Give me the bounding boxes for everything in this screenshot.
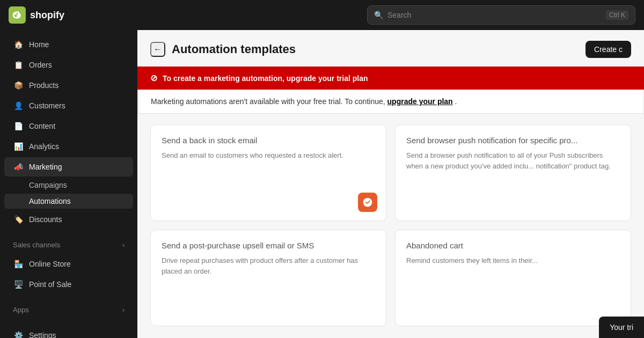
main-content: ← Automation templates Create c ⊘ To cre… [137, 30, 644, 338]
sidebar-sub-automations[interactable]: Automations [4, 194, 133, 209]
trial-toast: Your tri [599, 317, 644, 338]
sidebar-label-customers: Customers [29, 101, 65, 110]
apps-chevron: › [122, 306, 125, 314]
sidebar-item-products[interactable]: 📦 Products [4, 76, 133, 95]
trial-toast-text: Your tri [610, 323, 633, 332]
card-badge-back-in-stock [358, 193, 377, 212]
sidebar-item-home[interactable]: 🏠 Home [4, 35, 133, 54]
sales-channels-chevron: › [122, 241, 125, 249]
card-desc-abandoned-cart: Remind customers they left items in thei… [406, 255, 620, 266]
sidebar-sub-campaigns[interactable]: Campaigns [4, 178, 133, 193]
main-header: ← Automation templates Create c [137, 30, 644, 67]
alert-message: To create a marketing automation, upgrad… [163, 74, 368, 83]
sidebar-item-discounts[interactable]: 🏷️ Discounts [4, 210, 133, 229]
sidebar-item-customers[interactable]: 👤 Customers [4, 96, 133, 115]
orders-icon: 📋 [13, 60, 24, 70]
pos-icon: 🖥️ [13, 279, 24, 290]
sidebar-label-discounts: Discounts [29, 215, 62, 224]
sidebar: 🏠 Home 📋 Orders 📦 Products 👤 Customers 📄… [0, 30, 137, 338]
sidebar-sub-label-automations: Automations [29, 197, 71, 205]
topbar: shopify 🔍 Ctrl K [0, 0, 644, 30]
alert-banner: ⊘ To create a marketing automation, upgr… [137, 67, 644, 90]
upgrade-link[interactable]: upgrade your plan [387, 97, 453, 106]
logo-icon [9, 6, 26, 24]
sales-channels-header[interactable]: Sales channels › [4, 237, 133, 253]
header-left: ← Automation templates [150, 42, 296, 57]
sidebar-item-orders[interactable]: 📋 Orders [4, 55, 133, 75]
sidebar-label-products: Products [29, 81, 58, 90]
card-post-purchase[interactable]: Send a post-purchase upsell email or SMS… [150, 230, 386, 326]
search-icon: 🔍 [374, 11, 383, 19]
card-back-in-stock[interactable]: Send a back in stock email Send an email… [150, 124, 386, 221]
card-desc-back-in-stock: Send an email to customers who requested… [162, 150, 375, 161]
sidebar-item-online-store[interactable]: 🏪 Online Store [4, 254, 133, 274]
sidebar-sub-label-campaigns: Campaigns [29, 181, 67, 189]
sidebar-label-settings: Settings [29, 331, 56, 338]
home-icon: 🏠 [13, 39, 24, 50]
card-title-abandoned-cart: Abandoned cart [406, 241, 620, 250]
products-icon: 📦 [13, 80, 24, 91]
card-title-back-in-stock: Send a back in stock email [162, 136, 375, 145]
apps-label: Apps [13, 306, 29, 314]
sidebar-item-content[interactable]: 📄 Content [4, 116, 133, 136]
card-desc-browser-push: Send a browser push notification to all … [406, 150, 620, 171]
marketing-icon: 📣 [13, 161, 24, 172]
sidebar-item-settings[interactable]: ⚙️ Settings [4, 326, 133, 338]
logo: shopify [9, 6, 64, 24]
sidebar-label-analytics: Analytics [29, 142, 59, 151]
sales-channels-label: Sales channels [13, 241, 60, 249]
settings-icon: ⚙️ [13, 330, 24, 338]
back-button[interactable]: ← [150, 42, 165, 57]
analytics-icon: 📊 [13, 141, 24, 152]
sidebar-label-content: Content [29, 122, 55, 130]
search-shortcut: Ctrl K [606, 10, 628, 20]
card-browser-push[interactable]: Send browser push notification for speci… [395, 124, 631, 221]
card-desc-post-purchase: Drive repeat purchases with product offe… [162, 255, 375, 276]
layout: 🏠 Home 📋 Orders 📦 Products 👤 Customers 📄… [0, 30, 644, 338]
card-title-post-purchase: Send a post-purchase upsell email or SMS [162, 241, 375, 250]
apps-header[interactable]: Apps › [4, 302, 133, 318]
sidebar-label-marketing: Marketing [29, 163, 62, 171]
discounts-icon: 🏷️ [13, 214, 24, 225]
logo-text: shopify [30, 10, 64, 21]
customers-icon: 👤 [13, 100, 24, 111]
cards-grid: Send a back in stock email Send an email… [137, 114, 644, 337]
search-input[interactable] [387, 11, 602, 19]
page-title: Automation templates [172, 42, 296, 56]
alert-icon: ⊘ [150, 73, 157, 83]
sidebar-item-pos[interactable]: 🖥️ Point of Sale [4, 275, 133, 294]
sidebar-label-orders: Orders [29, 61, 52, 69]
create-button[interactable]: Create c [586, 41, 631, 58]
sidebar-label-pos: Point of Sale [29, 280, 71, 289]
info-text: Marketing automations aren't available w… [151, 97, 387, 106]
info-text-after: . [455, 97, 457, 106]
card-title-browser-push: Send browser push notification for speci… [406, 136, 620, 145]
sidebar-item-marketing[interactable]: 📣 Marketing [4, 157, 133, 177]
online-store-icon: 🏪 [13, 259, 24, 269]
sidebar-label-home: Home [29, 40, 49, 49]
info-banner: Marketing automations aren't available w… [137, 90, 644, 114]
sidebar-label-online-store: Online Store [29, 260, 71, 268]
content-icon: 📄 [13, 121, 24, 131]
card-abandoned-cart[interactable]: Abandoned cart Remind customers they lef… [395, 230, 631, 326]
sidebar-item-analytics[interactable]: 📊 Analytics [4, 137, 133, 156]
automation-icon [362, 197, 373, 208]
search-bar[interactable]: 🔍 Ctrl K [367, 5, 635, 25]
